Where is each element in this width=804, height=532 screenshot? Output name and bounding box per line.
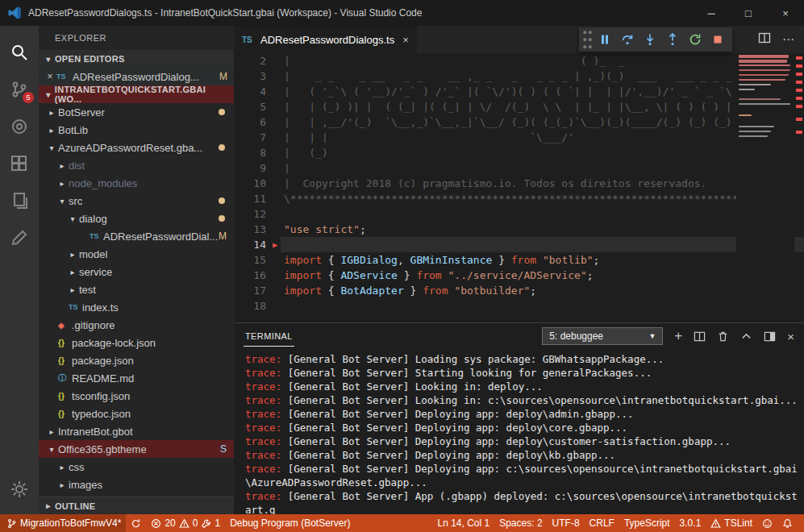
token: { [322, 254, 340, 266]
close-button[interactable]: × [767, 0, 804, 26]
outline-section-header[interactable]: ▸ OUTLINE [39, 497, 234, 514]
tree-item-node-modules[interactable]: ▸node_modules [39, 174, 234, 192]
code-line-4[interactable]: 4| ( '_`\ ( '__)/'_` ) /'_` |( `\/')( ) … [234, 84, 804, 99]
minimize-button[interactable]: ─ [693, 0, 730, 26]
more-actions-icon[interactable]: ⋯ [782, 32, 794, 47]
tree-item-azureadpasswordreset-gba-[interactable]: ▾AzureADPasswordReset.gba... [39, 139, 234, 156]
token: | ( )_ _ | [284, 55, 764, 67]
trace-prefix: trace: [245, 449, 281, 461]
open-editors-header[interactable]: ▾ OPEN EDITORS [39, 50, 234, 68]
tree-item-typedoc-json[interactable]: {}typedoc.json [39, 405, 234, 422]
editor-tab[interactable]: TS ADResetPasswordDialogs.ts × [234, 26, 417, 53]
extensions-icon[interactable] [0, 145, 39, 182]
restart-button[interactable] [684, 28, 706, 51]
files-icon[interactable] [0, 182, 39, 219]
terminal-output[interactable]: trace: [General Bot Server] Loading sys … [234, 349, 804, 514]
tree-item-intranetbot-gbot[interactable]: ▸IntranetBot.gbot [39, 422, 234, 440]
tree-item-index-ts[interactable]: TSindex.ts [39, 298, 234, 316]
tree-item-src[interactable]: ▾src [39, 192, 234, 210]
code-line-9[interactable]: 9| | [234, 160, 804, 176]
line-number: 18 [234, 298, 269, 314]
feedback-smiley-icon[interactable] [757, 514, 777, 532]
code-line-14[interactable]: 14▶ [234, 237, 804, 252]
split-terminal-icon[interactable] [694, 330, 706, 343]
tree-item-readme-md[interactable]: ⓘREADME.md [39, 369, 234, 387]
problems-item[interactable]: 20 0 1 [146, 514, 225, 532]
code-line-5[interactable]: 5| | (_) )| | ( (_| |( (_| | \/ /(_) \ \… [234, 99, 804, 114]
code-line-3[interactable]: 3| _ _ _ __ _ _ __ ,_ _ _ _ _ _ | ,_)(_)… [234, 69, 804, 84]
eol-sequence[interactable]: CRLF [585, 514, 619, 532]
tree-item-package-json[interactable]: {}package.json [39, 351, 234, 369]
settings-gear-icon[interactable] [0, 471, 39, 508]
git-branch-item[interactable]: MigrationToBotFmwV4* [0, 514, 126, 532]
open-editor-item[interactable]: × TS ADResetPasswordDialog... M [39, 68, 234, 85]
code-line-6[interactable]: 6| | ,__/'(_) `\__,_)`\__,_|`\__/ (_)( (… [234, 114, 804, 130]
tree-item-model[interactable]: ▸model [39, 245, 234, 263]
cursor-position[interactable]: Ln 14, Col 1 [432, 514, 494, 532]
status-badge: S [220, 443, 227, 455]
tree-item-dialog[interactable]: ▾dialog [39, 210, 234, 227]
gutter-spacer [269, 53, 281, 69]
code-text [281, 298, 804, 314]
encoding[interactable]: UTF-8 [548, 514, 585, 532]
drag-handle-icon[interactable]: ●●●●●● [582, 29, 594, 51]
code-line-18[interactable]: 18 [234, 298, 804, 314]
code-editor[interactable]: 2| ( )_ _ |3| _ _ _ __ _ _ __ ,_ _ _ _ _… [234, 53, 804, 322]
tree-item-css[interactable]: ▸css [39, 458, 234, 476]
edit-icon[interactable] [0, 219, 39, 256]
maximize-button[interactable]: □ [730, 0, 767, 26]
tree-item-botserver[interactable]: ▸BotServer [39, 103, 234, 121]
step-out-button[interactable] [661, 28, 684, 51]
close-panel-icon[interactable]: × [787, 330, 794, 343]
code-line-17[interactable]: 17import { BotAdapter } from "botbuilder… [234, 283, 804, 298]
terminal-tab[interactable]: TERMINAL [244, 326, 294, 347]
tree-item-label: node_modules [69, 177, 137, 189]
overview-ruler[interactable] [794, 53, 804, 322]
code-line-12[interactable]: 12 [234, 206, 804, 222]
kill-terminal-icon[interactable] [717, 330, 729, 343]
debug-icon[interactable] [0, 108, 39, 145]
tree-item-dist[interactable]: ▸dist [39, 156, 234, 174]
split-editor-icon[interactable] [758, 31, 771, 48]
stop-button[interactable] [706, 28, 729, 51]
language-mode[interactable]: TypeScript [619, 514, 675, 532]
search-icon[interactable] [0, 34, 39, 71]
step-over-button[interactable] [616, 28, 639, 51]
code-line-10[interactable]: 10| Copyright 2018 (c) pragmatismo.io. T… [234, 176, 804, 191]
minimap[interactable] [736, 53, 794, 322]
tree-item-adresetpassworddial-[interactable]: TSADResetPasswordDial...M [39, 227, 234, 245]
new-terminal-icon[interactable]: + [674, 328, 682, 344]
tree-item-service[interactable]: ▸service [39, 263, 234, 281]
notifications-bell-icon[interactable] [777, 514, 798, 532]
tslint-status[interactable]: TSLint [706, 514, 757, 532]
indentation[interactable]: Spaces: 2 [494, 514, 547, 532]
code-line-2[interactable]: 2| ( )_ _ | [234, 53, 804, 69]
error-mark [796, 89, 802, 92]
code-line-15[interactable]: 15import { IGBDialog, GBMinInstance } fr… [234, 252, 804, 268]
code-line-13[interactable]: 13"use strict"; [234, 222, 804, 237]
code-line-7[interactable]: 7| | | `\___/' | [234, 130, 804, 145]
tree-item-office365-gbtheme[interactable]: ▾Office365.gbthemeS [39, 440, 234, 458]
tree-item--gitignore[interactable]: ◆.gitignore [39, 316, 234, 334]
debug-program-item[interactable]: Debug Program (BotServer) [225, 514, 355, 532]
workspace-section-header[interactable]: ▾ INTRANETBOTQUICKSTART.GBAI (WO... [39, 85, 234, 103]
source-control-icon[interactable]: 5 [0, 71, 39, 108]
pause-button[interactable] [594, 28, 616, 51]
sync-button[interactable] [126, 514, 146, 532]
code-line-11[interactable]: 11\*************************************… [234, 191, 804, 206]
terminal-selector-dropdown[interactable]: 5: debuggee ▼ [542, 327, 663, 345]
step-into-button[interactable] [639, 28, 661, 51]
maximize-panel-icon[interactable] [740, 330, 752, 343]
code-line-8[interactable]: 8| (_) | [234, 145, 804, 160]
code-line-16[interactable]: 16import { ADService } from "../service/… [234, 268, 804, 283]
panel-layout-icon[interactable] [764, 330, 776, 343]
tree-item-images[interactable]: ▸images [39, 476, 234, 493]
minimap-line [739, 89, 755, 90]
tree-item-test[interactable]: ▸test [39, 281, 234, 298]
ts-version[interactable]: 3.0.1 [675, 514, 706, 532]
tab-close-icon[interactable]: × [402, 34, 409, 46]
close-icon[interactable]: × [44, 71, 56, 82]
tree-item-package-lock-json[interactable]: {}package-lock.json [39, 334, 234, 351]
tree-item-botlib[interactable]: ▸BotLib [39, 121, 234, 139]
tree-item-tsconfig-json[interactable]: {}tsconfig.json [39, 387, 234, 405]
